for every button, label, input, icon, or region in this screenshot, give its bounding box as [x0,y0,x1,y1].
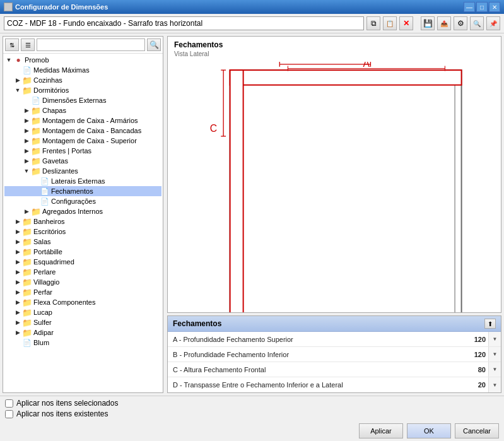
label-banheiros: Banheiros [32,218,65,225]
expander-adipar[interactable]: ▶ [13,328,22,337]
tree-item-gavetas[interactable]: ▶📁Gavetas [4,156,161,166]
tree-item-laterais-ext[interactable]: 📄Laterais Externas [4,176,161,186]
tree-item-mont-armarios[interactable]: ▶📁Montagem de Caixa - Armários [4,115,161,126]
expander-villaggio[interactable]: ▶ [13,278,22,286]
tree-item-fechamentos[interactable]: 📄Fechamentos [4,186,161,196]
props-label-2: C - Altura Fechamento Frontal [168,366,450,373]
tree-item-deslizantes[interactable]: ▼📁Deslizantes [4,166,161,176]
props-dropdown-1[interactable]: ▼ [488,347,501,362]
expander-mont-superior[interactable]: ▶ [22,136,31,145]
props-dropdown-2[interactable]: ▼ [488,362,501,377]
label-villaggio: Villaggio [32,278,59,286]
label-esquadrimed: Esquadrimed [32,258,74,266]
svg-rect-1 [237,77,455,313]
title-bar: Configurador de Dimensões — □ ✕ [0,0,504,14]
maximize-btn[interactable]: □ [476,2,488,12]
search2-btn[interactable]: 🔍 [470,16,484,30]
icon-dim-ext: 📄 [31,96,41,105]
save-btn[interactable]: 💾 [421,16,435,30]
tree-item-cozinhas[interactable]: ▶📁Cozinhas [4,75,161,85]
tree-item-perlare[interactable]: ▶📁Perlare [4,267,161,277]
expander-cozinhas[interactable]: ▶ [13,76,22,85]
svg-text:A: A [322,62,329,64]
expander-frentes[interactable]: ▶ [22,146,31,155]
props-label-1: B - Profundidade Fechamento Inferior [168,351,450,358]
expander-esquadrimed[interactable]: ▶ [13,257,22,266]
ok-button[interactable]: OK [407,423,451,438]
close-btn[interactable]: ✕ [489,2,500,12]
right-panel: Fechamentos Vista Lateral A [167,36,501,393]
checkbox-selected[interactable] [5,399,13,408]
tree-toolbar: ⇅ ☰ 🔍 [3,37,163,54]
tree-item-agregados[interactable]: ▶📁Agregados Internos [4,206,161,216]
checkbox-existing-row[interactable]: Aplicar nos itens existentes [5,409,499,418]
expander-banheiros[interactable]: ▶ [13,217,22,226]
tree-area[interactable]: ▼●Promob📄Medidas Máximas▶📁Cozinhas▼📁Dorm… [3,54,163,392]
tree-item-lucap[interactable]: ▶📁Lucap [4,307,161,317]
copy-btn[interactable]: ⧉ [366,16,380,30]
tree-item-esquadrimed[interactable]: ▶📁Esquadrimed [4,257,161,267]
expander-chapas[interactable]: ▶ [22,106,31,115]
icon-mont-armarios: 📁 [31,116,41,125]
expander-gavetas[interactable]: ▶ [22,156,31,165]
svg-rect-0 [230,70,462,313]
tree-item-flexa[interactable]: ▶📁Flexa Componentes [4,297,161,307]
props-dropdown-3[interactable]: ▼ [488,377,501,392]
expander-deslizantes[interactable]: ▼ [22,167,31,175]
expander-mont-bancadas[interactable]: ▶ [22,126,31,135]
tree-item-banheiros[interactable]: ▶📁Banheiros [4,216,161,226]
tree-item-salas[interactable]: ▶📁Salas [4,237,161,247]
props-dropdown-0[interactable]: ▼ [488,332,501,346]
expander-flexa[interactable]: ▶ [13,298,22,307]
apply-button[interactable]: Aplicar [359,423,403,438]
tree-item-blum[interactable]: 📄Blum [4,338,161,348]
checkbox-existing[interactable] [5,410,13,418]
expander-perfar[interactable]: ▶ [13,288,22,297]
tree-item-chapas[interactable]: ▶📁Chapas [4,105,161,115]
cancel-button[interactable]: Cancelar [455,423,499,438]
expander-salas[interactable]: ▶ [13,237,22,246]
tree-search-btn[interactable]: 🔍 [147,38,161,51]
expander-promob[interactable]: ▼ [4,56,13,64]
label-salas: Salas [32,238,51,245]
tree-sort-btn[interactable]: ⇅ [5,38,19,51]
tree-item-dormitorios[interactable]: ▼📁Dormitórios [4,85,161,95]
expander-portabille[interactable]: ▶ [13,247,22,256]
label-configuracoes: Configurações [50,197,96,205]
expander-escritorios[interactable]: ▶ [13,227,22,236]
expander-mont-armarios[interactable]: ▶ [22,116,31,125]
icon-adipar: 📁 [22,328,32,337]
expander-dormitorios[interactable]: ▼ [13,86,22,95]
props-collapse-btn[interactable]: ⬆ [484,319,496,329]
config-dropdown[interactable]: COZ - MDF 18 - Fundo encaixado - Sarrafo… [4,16,364,30]
expander-lucap[interactable]: ▶ [13,308,22,317]
delete-btn[interactable]: ✕ [399,16,413,30]
tree-item-mont-bancadas[interactable]: ▶📁Montagem de Caixa - Bancadas [4,126,161,136]
paste-btn[interactable]: 📋 [383,16,397,30]
label-medidas: Medidas Máximas [32,66,90,74]
tree-item-perfar[interactable]: ▶📁Perfar [4,287,161,297]
tree-item-villaggio[interactable]: ▶📁Villaggio [4,277,161,287]
tree-item-portabille[interactable]: ▶📁Portábille [4,247,161,257]
expander-perlare[interactable]: ▶ [13,268,22,276]
tree-item-adipar[interactable]: ▶📁Adipar [4,327,161,338]
tree-item-escritorios[interactable]: ▶📁Escritórios [4,226,161,237]
tree-item-sulfer[interactable]: ▶📁Sulfer [4,317,161,327]
checkbox-selected-row[interactable]: Aplicar nos itens selecionados [5,399,499,408]
expander-agregados[interactable]: ▶ [22,207,31,216]
icon-perfar: 📁 [22,288,32,297]
tree-item-mont-superior[interactable]: ▶📁Montagem de Caixa - Superior [4,136,161,146]
settings-btn[interactable]: ⚙ [454,16,467,30]
minimize-btn[interactable]: — [464,2,475,12]
tree-item-frentes[interactable]: ▶📁Frentes | Portas [4,146,161,156]
tree-item-promob[interactable]: ▼●Promob [4,55,161,65]
tree-item-configuracoes[interactable]: 📄Configurações [4,196,161,206]
tree-item-dim-ext[interactable]: 📄Dimensões Externas [4,95,161,105]
tree-filter-btn[interactable]: ☰ [21,38,35,51]
tree-item-medidas[interactable]: 📄Medidas Máximas [4,65,161,75]
expander-sulfer[interactable]: ▶ [13,318,22,327]
export-btn[interactable]: 📤 [437,16,451,30]
tree-search-input[interactable] [37,38,145,51]
pin-btn[interactable]: 📌 [486,16,500,30]
icon-medidas: 📄 [22,66,32,74]
